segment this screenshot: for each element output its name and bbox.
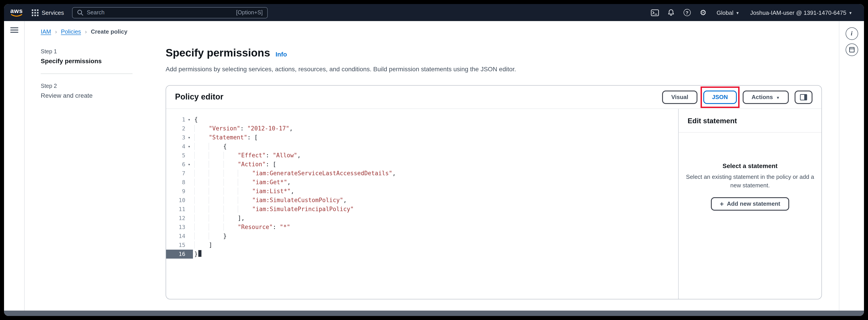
services-label: Services [42, 9, 64, 16]
aws-logo[interactable]: aws [10, 8, 23, 17]
line-number-gutter: 16 [166, 250, 193, 259]
code-line[interactable]: 12 ], [166, 214, 678, 223]
line-number-gutter: 6▾ [166, 160, 193, 169]
panel-window-icon [849, 47, 854, 53]
right-rail: i [839, 21, 864, 311]
chevron-down-icon: ▼ [776, 95, 780, 100]
line-number-gutter: 13 [166, 223, 193, 232]
fold-arrow-icon[interactable]: ▾ [185, 160, 193, 169]
step-divider [41, 74, 132, 74]
left-rail [4, 21, 25, 311]
notifications-button[interactable] [663, 4, 679, 21]
hamburger-menu-icon[interactable] [10, 27, 18, 33]
step-2-title[interactable]: Review and create [41, 92, 166, 99]
breadcrumb-policies[interactable]: Policies [61, 28, 81, 35]
actions-label: Actions [752, 94, 773, 100]
code-line[interactable]: 2 "Version": "2012-10-17", [166, 124, 678, 133]
line-number-gutter: 14 [166, 232, 193, 241]
code-line[interactable]: 5 "Effect": "Allow", [166, 151, 678, 160]
line-number-gutter: 10 [166, 196, 193, 205]
breadcrumb: IAM › Policies › Create policy [41, 28, 839, 35]
console-body: IAM › Policies › Create policy Step 1 Sp… [4, 21, 864, 311]
code-line[interactable]: 11 "iam:SimulatePrincipalPolicy" [166, 205, 678, 214]
step-1-label: Step 1 [41, 49, 166, 55]
edit-statement-panel: Edit statement Select a statement Select… [678, 109, 822, 299]
wizard-steps: Step 1 Specify permissions Step 2 Review… [41, 45, 166, 299]
nav-utilities: ? ⚙ Global ▼ Joshua-IAM-user @ 1391-1470… [647, 4, 858, 21]
add-new-statement-button[interactable]: + Add new statement [711, 197, 789, 210]
code-line[interactable]: 3▾ "Statement": [ [166, 133, 678, 142]
cloudshell-button[interactable] [647, 4, 663, 21]
main-column: Specify permissions Info Add permissions… [166, 45, 839, 299]
side-panel-toggle-button[interactable] [845, 43, 858, 56]
search-bar[interactable]: [Option+S] [72, 7, 268, 18]
region-selector[interactable]: Global ▼ [711, 9, 745, 16]
line-number-gutter: 3▾ [166, 133, 193, 142]
code-line[interactable]: 10 "iam:SimulateCustomPolicy", [166, 196, 678, 205]
services-menu[interactable]: Services [32, 9, 64, 16]
bell-icon [668, 9, 675, 16]
line-number-gutter: 7 [166, 169, 193, 178]
breadcrumb-separator: › [85, 28, 87, 35]
page-description: Add permissions by selecting services, a… [166, 64, 822, 74]
line-number-gutter: 8 [166, 178, 193, 187]
code-line[interactable]: 6▾ "Action": [ [166, 160, 678, 169]
help-button[interactable]: ? [679, 4, 695, 21]
account-menu[interactable]: Joshua-IAM-user @ 1391-1470-6475 ▼ [745, 9, 858, 16]
breadcrumb-iam[interactable]: IAM [41, 28, 51, 35]
wizard-step-2[interactable]: Step 2 Review and create [41, 83, 166, 99]
breadcrumb-separator: › [55, 28, 57, 35]
visual-tab-button[interactable]: Visual [662, 90, 697, 104]
console-footer [4, 311, 864, 316]
code-line[interactable]: 7 "iam:GenerateServiceLastAccessedDetail… [166, 169, 678, 178]
line-number-gutter: 4▾ [166, 142, 193, 151]
edit-statement-title: Edit statement [679, 109, 822, 133]
search-shortcut-hint: [Option+S] [236, 9, 263, 16]
account-label: Joshua-IAM-user @ 1391-1470-6475 [750, 9, 846, 16]
code-editor-lines: 1▾{2 "Version": "2012-10-17",3▾ "Stateme… [166, 115, 678, 259]
code-line[interactable]: 1▾{ [166, 115, 678, 124]
region-label: Global [717, 9, 734, 16]
code-line[interactable]: 16} [166, 250, 678, 259]
fold-arrow-icon[interactable]: ▾ [185, 115, 193, 124]
json-tab-button[interactable]: JSON [703, 90, 737, 104]
help-icon: ? [684, 9, 691, 16]
line-number-gutter: 9 [166, 187, 193, 196]
split-panel-button[interactable] [795, 90, 812, 104]
top-navigation: aws Services [4, 4, 864, 21]
chevron-down-icon: ▼ [848, 11, 852, 15]
json-tab-wrapper: JSON [703, 90, 737, 104]
settings-button[interactable]: ⚙ [695, 4, 711, 21]
code-line[interactable]: 15 ] [166, 241, 678, 250]
line-number-gutter: 11 [166, 205, 193, 214]
code-line[interactable]: 9 "iam:List*", [166, 187, 678, 196]
search-input[interactable] [87, 9, 232, 16]
line-number-gutter: 2 [166, 124, 193, 133]
info-link[interactable]: Info [276, 51, 287, 58]
fold-arrow-icon[interactable]: ▾ [185, 142, 193, 151]
breadcrumb-current: Create policy [91, 28, 127, 35]
empty-state-text: Select an existing statement in the poli… [685, 173, 815, 190]
page-content: IAM › Policies › Create policy Step 1 Sp… [25, 21, 839, 311]
step-1-title[interactable]: Specify permissions [41, 57, 166, 64]
info-icon: i [851, 30, 852, 37]
text-cursor [198, 250, 202, 257]
actions-dropdown-button[interactable]: Actions ▼ [743, 90, 789, 104]
line-number-gutter: 15 [166, 241, 193, 250]
line-number-gutter: 1▾ [166, 115, 193, 124]
code-line[interactable]: 13 "Resource": "*" [166, 223, 678, 232]
aws-smile-icon [11, 14, 22, 17]
add-statement-label: Add new statement [727, 200, 780, 207]
line-number-gutter: 12 [166, 214, 193, 223]
empty-state-title: Select a statement [684, 162, 816, 169]
screen: aws Services [0, 0, 868, 320]
json-code-editor[interactable]: 1▾{2 "Version": "2012-10-17",3▾ "Stateme… [166, 109, 678, 299]
fold-arrow-icon[interactable]: ▾ [185, 133, 193, 142]
code-line[interactable]: 4▾ { [166, 142, 678, 151]
info-panel-button[interactable]: i [845, 27, 858, 40]
code-line[interactable]: 8 "iam:Get*", [166, 178, 678, 187]
code-line[interactable]: 14 } [166, 232, 678, 241]
policy-editor-header: Policy editor Visual JSON Actions [166, 86, 822, 109]
policy-editor-title: Policy editor [175, 92, 223, 102]
wizard-step-1[interactable]: Step 1 Specify permissions [41, 49, 166, 64]
